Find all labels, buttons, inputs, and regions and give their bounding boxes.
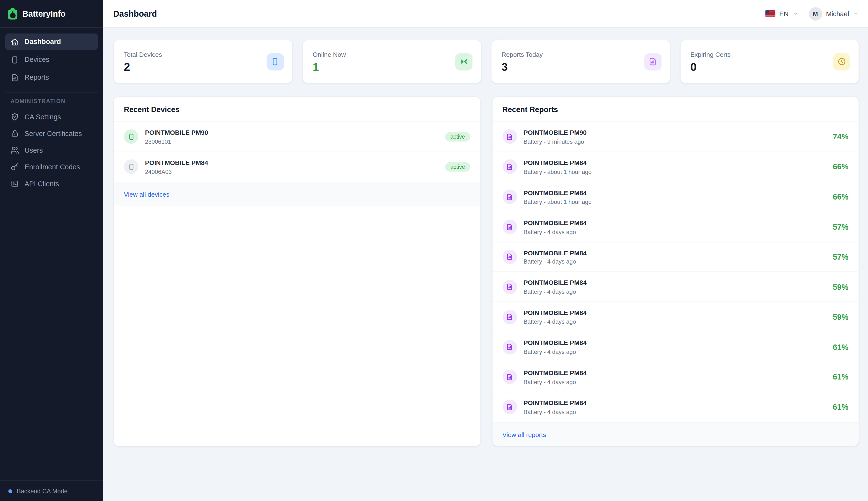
- device-row[interactable]: POINTMOBILE PM90 23006101 active: [114, 122, 480, 151]
- report-row[interactable]: POINTMOBILE PM84 Battery - 4 days ago 59…: [492, 302, 859, 332]
- language-selector[interactable]: EN: [765, 10, 798, 18]
- sidebar-item-devices[interactable]: Devices: [5, 51, 98, 68]
- panel-title: Recent Reports: [492, 97, 859, 122]
- stat-value: 3: [501, 61, 660, 72]
- device-list: POINTMOBILE PM90 23006101 active POINTMO…: [114, 122, 480, 181]
- report-percent: 59%: [833, 312, 849, 321]
- report-meta: Battery - 4 days ago: [523, 318, 587, 325]
- report-row[interactable]: POINTMOBILE PM84 Battery - 4 days ago 61…: [492, 332, 859, 362]
- report-meta: Battery - about 1 hour ago: [523, 198, 592, 205]
- report-row[interactable]: POINTMOBILE PM84 Battery - 4 days ago 61…: [492, 392, 859, 422]
- users-icon: [11, 146, 19, 154]
- stat-label: Total Devices: [124, 51, 282, 58]
- report-percent: 57%: [833, 253, 849, 262]
- report-percent: 61%: [833, 373, 849, 381]
- brand: BatteryInfo: [0, 0, 103, 28]
- chevron-down-icon: [793, 11, 798, 17]
- stat-label: Expiring Certs: [690, 51, 848, 58]
- stat-cards: Total Devices 2 Online Now 1 Reports Tod…: [113, 40, 859, 84]
- stat-value: 0: [690, 61, 848, 72]
- device-name: POINTMOBILE PM90: [145, 129, 208, 137]
- dashboard-main: Total Devices 2 Online Now 1 Reports Tod…: [103, 28, 868, 501]
- sidebar-item-label: Users: [25, 146, 43, 154]
- smartphone-icon: [11, 55, 19, 64]
- app-root: BatteryInfo Dashboard Devices Reports AD…: [0, 0, 868, 501]
- device-avatar: [124, 160, 138, 174]
- sidebar-item-label: Reports: [25, 74, 49, 82]
- report-percent: 61%: [833, 342, 849, 351]
- report-row[interactable]: POINTMOBILE PM84 Battery - 4 days ago 61…: [492, 362, 859, 392]
- report-file-icon: [502, 249, 517, 264]
- stat-card-online-now: Online Now 1: [302, 40, 481, 84]
- sidebar-item-enrollment-codes[interactable]: Enrollment Codes: [5, 159, 98, 175]
- report-row[interactable]: POINTMOBILE PM84 Battery - about 1 hour …: [492, 182, 859, 212]
- report-device-name: POINTMOBILE PM84: [523, 249, 587, 257]
- sidebar-item-label: Dashboard: [25, 38, 61, 46]
- sidebar-item-dashboard[interactable]: Dashboard: [5, 33, 98, 50]
- stat-label: Online Now: [313, 51, 471, 58]
- report-meta: Battery - 4 days ago: [523, 258, 587, 265]
- status-badge: active: [446, 132, 470, 141]
- recent-reports-panel: Recent Reports POINTMOBILE PM90 Battery …: [492, 96, 859, 446]
- battery-logo-icon: [8, 8, 17, 19]
- sidebar-item-reports[interactable]: Reports: [5, 69, 98, 86]
- report-device-name: POINTMOBILE PM84: [523, 339, 587, 347]
- report-meta: Battery - 4 days ago: [523, 408, 587, 415]
- report-file-icon: [502, 129, 517, 144]
- backend-mode-status: Backend CA Mode: [0, 480, 103, 501]
- sidebar-item-label: API Clients: [25, 180, 59, 188]
- report-file-icon: [502, 370, 517, 384]
- device-serial: 24006A03: [145, 168, 208, 175]
- report-row[interactable]: POINTMOBILE PM90 Battery - 9 minutes ago…: [492, 122, 859, 151]
- page-title: Dashboard: [113, 9, 157, 18]
- avatar: M: [809, 7, 822, 20]
- device-row[interactable]: POINTMOBILE PM84 24006A03 active: [114, 151, 480, 181]
- report-meta: Battery - 4 days ago: [523, 348, 587, 355]
- report-device-name: POINTMOBILE PM84: [523, 399, 587, 407]
- report-percent: 66%: [833, 162, 849, 171]
- report-percent: 57%: [833, 223, 849, 232]
- devices-panel-footer: View all devices: [114, 182, 480, 205]
- top-header: Dashboard EN M Michael: [103, 0, 868, 28]
- panels-row: Recent Devices POINTMOBILE PM90 23006101…: [113, 96, 859, 446]
- report-file-icon: [502, 280, 517, 294]
- sidebar-nav: Dashboard Devices Reports ADMINISTRATION…: [0, 28, 103, 192]
- report-percent: 74%: [833, 132, 849, 141]
- reports-panel-footer: View all reports: [492, 422, 859, 446]
- report-device-name: POINTMOBILE PM84: [523, 279, 587, 287]
- file-chart-icon: [644, 53, 661, 70]
- view-all-reports-link[interactable]: View all reports: [502, 431, 546, 438]
- view-all-devices-link[interactable]: View all devices: [124, 191, 169, 198]
- report-device-name: POINTMOBILE PM84: [523, 369, 587, 377]
- report-list: POINTMOBILE PM90 Battery - 9 minutes ago…: [492, 122, 859, 422]
- device-avatar: [124, 129, 138, 144]
- report-row[interactable]: POINTMOBILE PM84 Battery - about 1 hour …: [492, 151, 859, 181]
- sidebar-item-server-certificates[interactable]: Server Certificates: [5, 125, 98, 141]
- sidebar-item-ca-settings[interactable]: CA Settings: [5, 109, 98, 125]
- us-flag-icon: [765, 10, 775, 17]
- device-serial: 23006101: [145, 138, 208, 145]
- home-icon: [11, 38, 19, 46]
- sidebar-item-api-clients[interactable]: API Clients: [5, 175, 98, 192]
- sidebar-item-label: Server Certificates: [25, 129, 82, 137]
- user-initial: M: [813, 10, 818, 17]
- key-icon: [11, 163, 19, 171]
- radio-icon: [455, 53, 473, 70]
- report-device-name: POINTMOBILE PM84: [523, 189, 592, 197]
- smartphone-icon: [127, 163, 135, 171]
- panel-filler: [114, 205, 480, 446]
- user-menu[interactable]: M Michael: [809, 7, 859, 20]
- report-row[interactable]: POINTMOBILE PM84 Battery - 4 days ago 57…: [492, 212, 859, 242]
- brand-name: BatteryInfo: [22, 9, 65, 18]
- smartphone-icon: [266, 53, 284, 70]
- report-meta: Battery - about 1 hour ago: [523, 168, 592, 175]
- sidebar-item-label: Enrollment Codes: [25, 163, 80, 171]
- sidebar-item-users[interactable]: Users: [5, 142, 98, 158]
- stat-card-reports-today: Reports Today 3: [491, 40, 670, 84]
- report-row[interactable]: POINTMOBILE PM84 Battery - 4 days ago 59…: [492, 271, 859, 301]
- sidebar-item-label: Devices: [25, 56, 50, 64]
- report-file-icon: [502, 310, 517, 324]
- device-name: POINTMOBILE PM84: [145, 159, 208, 167]
- report-row[interactable]: POINTMOBILE PM84 Battery - 4 days ago 57…: [492, 242, 859, 271]
- report-device-name: POINTMOBILE PM90: [523, 129, 587, 137]
